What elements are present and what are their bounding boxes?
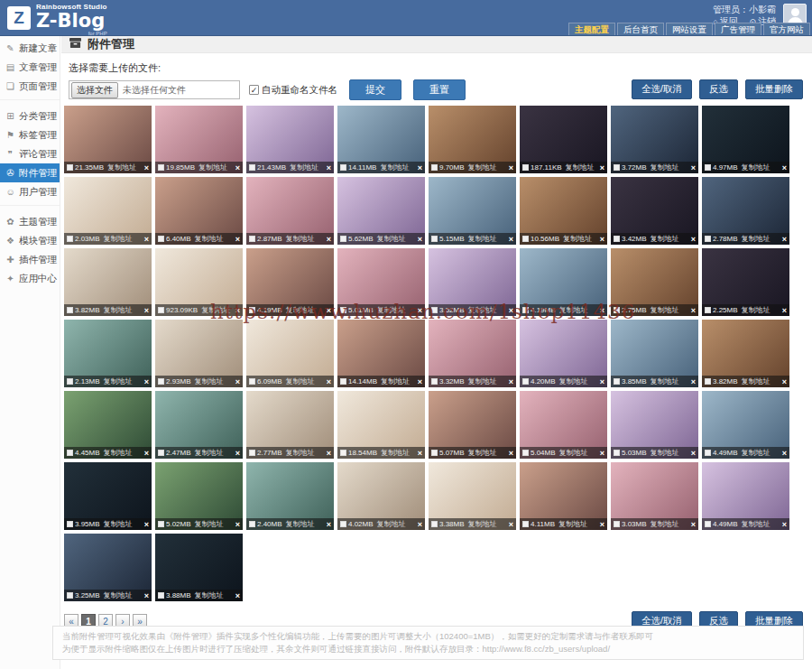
delete-attachment-icon[interactable]: × — [691, 235, 696, 244]
attachment-thumbnail[interactable]: 2.03MB复制地址× — [64, 177, 152, 245]
delete-attachment-icon[interactable]: × — [600, 163, 604, 172]
attachment-thumbnail[interactable]: 21.35MB复制地址× — [64, 106, 152, 173]
bulk-action-button[interactable]: 批量删除 — [745, 79, 803, 99]
attachment-checkbox[interactable] — [522, 450, 529, 456]
attachment-checkbox[interactable] — [431, 307, 438, 313]
attachment-checkbox[interactable] — [158, 450, 164, 456]
attachment-checkbox[interactable] — [431, 164, 438, 171]
attachment-checkbox[interactable] — [249, 236, 255, 242]
attachment-thumbnail[interactable]: 3.52MB复制地址× — [429, 248, 516, 316]
delete-attachment-icon[interactable]: × — [327, 163, 331, 172]
attachment-checkbox[interactable] — [67, 236, 73, 242]
attachment-thumbnail[interactable]: 19.85MB复制地址× — [155, 106, 243, 173]
attachment-thumbnail[interactable]: 5.03MB复制地址× — [611, 391, 698, 459]
attachment-thumbnail[interactable]: 5.15MB复制地址× — [429, 177, 516, 245]
reset-button[interactable]: 重置 — [413, 79, 466, 100]
copy-address-link[interactable]: 复制地址 — [195, 519, 224, 529]
brand-logo[interactable]: Z Rainbowsoft Studio Z-Blog for PHP — [7, 3, 107, 36]
attachment-thumbnail[interactable]: 2.78MB复制地址× — [702, 177, 789, 245]
attachment-thumbnail[interactable]: 5.62MB复制地址× — [337, 177, 425, 245]
delete-attachment-icon[interactable]: × — [327, 377, 331, 386]
copy-address-link[interactable]: 复制地址 — [195, 590, 224, 600]
attachment-thumbnail[interactable]: 3.38MB复制地址× — [429, 462, 516, 530]
delete-attachment-icon[interactable]: × — [235, 235, 240, 244]
delete-attachment-icon[interactable]: × — [418, 235, 422, 244]
attachment-thumbnail[interactable]: 4.02MB复制地址× — [337, 462, 425, 530]
copy-address-link[interactable]: 复制地址 — [651, 448, 679, 458]
sidebar-item-app-center[interactable]: ✦应用中心 — [0, 269, 60, 288]
delete-attachment-icon[interactable]: × — [235, 520, 240, 529]
attachment-thumbnail[interactable]: 4.49MB复制地址× — [702, 462, 789, 530]
attachment-thumbnail[interactable]: 4.45MB复制地址× — [64, 391, 152, 459]
sidebar-item-category-manage[interactable]: ⊞分类管理 — [0, 107, 60, 125]
delete-attachment-icon[interactable]: × — [327, 235, 331, 244]
delete-attachment-icon[interactable]: × — [144, 449, 149, 458]
delete-attachment-icon[interactable]: × — [782, 163, 787, 172]
copy-address-link[interactable]: 复制地址 — [380, 163, 409, 172]
attachment-thumbnail[interactable]: 6.09MB复制地址× — [246, 320, 334, 387]
delete-attachment-icon[interactable]: × — [600, 377, 604, 386]
delete-attachment-icon[interactable]: × — [691, 163, 696, 172]
copy-address-link[interactable]: 复制地址 — [559, 448, 588, 458]
attachment-checkbox[interactable] — [705, 164, 711, 171]
auto-rename-option[interactable]: ✓ 自动重命名文件名 — [249, 84, 337, 97]
copy-address-link[interactable]: 复制地址 — [742, 376, 770, 386]
attachment-thumbnail[interactable]: 14.14MB复制地址× — [337, 320, 425, 387]
attachment-checkbox[interactable] — [249, 450, 255, 456]
attachment-checkbox[interactable] — [249, 521, 255, 527]
delete-attachment-icon[interactable]: × — [691, 377, 696, 386]
attachment-checkbox[interactable] — [340, 450, 346, 456]
delete-attachment-icon[interactable]: × — [509, 306, 513, 315]
attachment-thumbnail[interactable]: 187.11KB复制地址× — [520, 106, 607, 173]
copy-address-link[interactable]: 复制地址 — [742, 519, 770, 529]
attachment-thumbnail[interactable]: 9.70MB复制地址× — [429, 106, 516, 173]
delete-attachment-icon[interactable]: × — [144, 520, 149, 529]
delete-attachment-icon[interactable]: × — [327, 520, 331, 529]
copy-address-link[interactable]: 复制地址 — [104, 590, 133, 600]
attachment-thumbnail[interactable]: 2.13MB复制地址× — [64, 320, 152, 387]
copy-address-link[interactable]: 复制地址 — [468, 376, 497, 386]
delete-attachment-icon[interactable]: × — [691, 449, 696, 458]
delete-attachment-icon[interactable]: × — [235, 306, 240, 315]
copy-address-link[interactable]: 复制地址 — [201, 305, 230, 315]
delete-attachment-icon[interactable]: × — [144, 377, 149, 386]
delete-attachment-icon[interactable]: × — [327, 449, 331, 458]
attachment-checkbox[interactable] — [340, 521, 346, 527]
delete-attachment-icon[interactable]: × — [782, 377, 787, 386]
attachment-checkbox[interactable] — [340, 307, 346, 313]
delete-attachment-icon[interactable]: × — [418, 377, 422, 386]
delete-attachment-icon[interactable]: × — [782, 235, 787, 244]
copy-address-link[interactable]: 复制地址 — [566, 163, 595, 172]
attachment-thumbnail[interactable]: 3.03MB复制地址× — [611, 462, 698, 530]
delete-attachment-icon[interactable]: × — [509, 235, 513, 244]
attachment-thumbnail[interactable]: 3.95MB复制地址× — [64, 462, 152, 530]
attachment-thumbnail[interactable]: 3.72MB复制地址× — [611, 106, 698, 173]
copy-address-link[interactable]: 复制地址 — [107, 163, 136, 172]
attachment-checkbox[interactable] — [705, 450, 711, 456]
bulk-action-button[interactable]: 全选/取消 — [632, 79, 692, 99]
delete-attachment-icon[interactable]: × — [600, 520, 604, 529]
delete-attachment-icon[interactable]: × — [418, 306, 422, 315]
sidebar-item-comment-manage[interactable]: ❞评论管理 — [0, 144, 60, 163]
attachment-checkbox[interactable] — [522, 521, 529, 527]
attachment-checkbox[interactable] — [614, 450, 620, 456]
delete-attachment-icon[interactable]: × — [144, 235, 149, 244]
delete-attachment-icon[interactable]: × — [782, 306, 787, 315]
copy-address-link[interactable]: 复制地址 — [651, 305, 679, 315]
attachment-thumbnail[interactable]: 4.20MB复制地址× — [520, 320, 607, 387]
copy-address-link[interactable]: 复制地址 — [468, 448, 497, 458]
copy-address-link[interactable]: 复制地址 — [290, 163, 318, 172]
attachment-thumbnail[interactable]: 5.02MB复制地址× — [155, 462, 243, 530]
attachment-thumbnail[interactable]: 4.19MB复制地址× — [520, 248, 607, 316]
attachment-thumbnail[interactable]: 2.77MB复制地址× — [246, 391, 334, 459]
delete-attachment-icon[interactable]: × — [782, 520, 787, 529]
attachment-checkbox[interactable] — [522, 378, 529, 385]
copy-address-link[interactable]: 复制地址 — [286, 519, 315, 529]
attachment-checkbox[interactable] — [158, 164, 164, 171]
copy-address-link[interactable]: 复制地址 — [104, 519, 133, 529]
attachment-thumbnail[interactable]: 3.88MB复制地址× — [155, 534, 243, 601]
copy-address-link[interactable]: 复制地址 — [195, 376, 224, 386]
copy-address-link[interactable]: 复制地址 — [558, 519, 587, 529]
attachment-thumbnail[interactable]: 21.43MB复制地址× — [246, 106, 334, 173]
sidebar-item-user-manage[interactable]: ☺用户管理 — [0, 182, 60, 201]
